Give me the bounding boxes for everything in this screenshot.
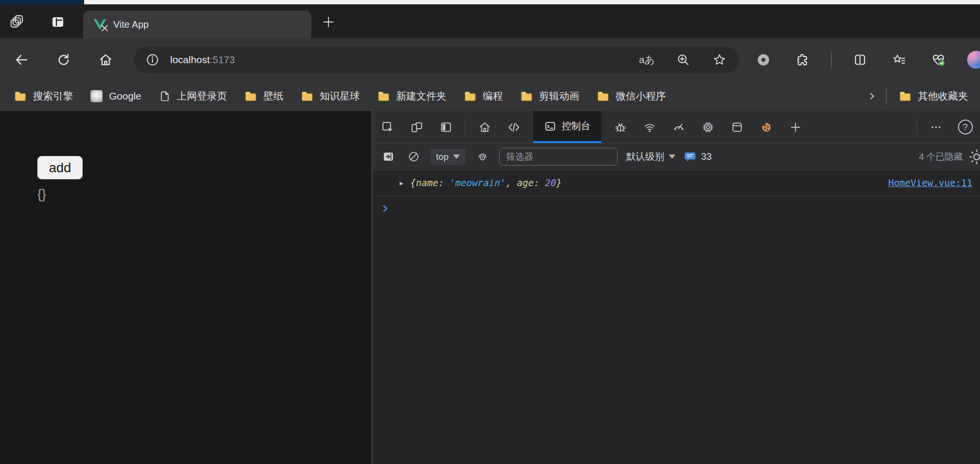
home-icon[interactable]	[95, 49, 117, 71]
bookmark-folder[interactable]: 编程	[457, 86, 510, 106]
url-host: localhost	[170, 54, 210, 65]
token-number-value: 20	[545, 177, 556, 188]
back-icon[interactable]	[11, 49, 33, 71]
bookmark-folder[interactable]: 微信小程序	[589, 86, 673, 106]
dock-side-icon[interactable]	[436, 117, 456, 137]
zoom-in-icon[interactable]	[672, 49, 694, 71]
bookmark-label: 壁纸	[263, 89, 283, 103]
application-window-icon[interactable]	[727, 117, 747, 137]
tab-title: Vite App	[113, 19, 305, 30]
favorite-star-icon[interactable]	[708, 49, 730, 71]
chevron-down-icon	[669, 155, 675, 159]
prompt-chevron-icon	[381, 204, 390, 213]
chevron-down-icon	[453, 155, 460, 159]
issues-counter[interactable]: 33	[684, 151, 711, 163]
browser-tab[interactable]: Vite App	[83, 11, 311, 38]
token-key-age: age:	[517, 177, 545, 188]
new-tab-icon[interactable]	[317, 12, 339, 32]
navigation-toolbar: localhost:5173 aあ	[0, 38, 980, 81]
reload-icon[interactable]	[53, 49, 75, 71]
inspect-element-icon[interactable]	[378, 117, 398, 137]
more-options-icon[interactable]	[926, 117, 946, 137]
folder-icon	[14, 91, 27, 102]
bookmark-folder[interactable]: 壁纸	[237, 86, 291, 106]
extensions-puzzle-icon[interactable]	[792, 49, 814, 71]
folder-icon	[597, 91, 610, 102]
help-icon[interactable]: ?	[955, 117, 975, 137]
console-prompt[interactable]	[373, 196, 980, 221]
address-bar[interactable]: localhost:5173 aあ	[134, 46, 739, 73]
object-preview[interactable]: {name: 'meowrain', age: 20}	[410, 177, 562, 188]
toolbar-divider	[831, 52, 832, 68]
log-level-selector[interactable]: 默认级别	[626, 150, 675, 163]
log-level-label: 默认级别	[626, 150, 664, 163]
bookmark-label: 微信小程序	[616, 89, 666, 103]
url-text[interactable]: localhost:5173	[170, 54, 633, 66]
console-empty-area[interactable]	[373, 221, 980, 464]
bookmark-folder[interactable]: 知识星球	[294, 86, 367, 106]
workspaces-icon[interactable]	[6, 12, 28, 32]
cookie-icon[interactable]	[756, 117, 776, 137]
toolbar-right-cluster	[752, 49, 980, 71]
token-brace-close: }	[556, 177, 562, 188]
sources-code-icon[interactable]	[504, 117, 524, 137]
folder-icon	[899, 91, 912, 102]
bookmark-folder[interactable]: 新建文件夹	[370, 86, 454, 106]
console-toolbar-right: 4 个已隐藏	[919, 149, 973, 165]
context-selector-value: top	[436, 152, 448, 162]
vertical-tabs-icon[interactable]	[47, 12, 69, 32]
bookmark-label: 编程	[483, 89, 503, 103]
context-selector[interactable]: top	[430, 149, 466, 165]
clear-console-icon[interactable]	[405, 148, 422, 166]
collections-icon[interactable]	[888, 49, 910, 71]
memory-chip-icon[interactable]	[698, 117, 718, 137]
bookmark-folder[interactable]: 剪辑动画	[513, 86, 587, 106]
translate-icon[interactable]: aあ	[636, 49, 658, 71]
token-comma: ,	[506, 177, 517, 188]
debugger-bug-icon[interactable]	[610, 117, 631, 137]
token-key-name: name:	[416, 177, 449, 188]
tab-console[interactable]: 控制台	[533, 111, 601, 143]
console-filter-input[interactable]	[499, 148, 618, 166]
bookmark-folder[interactable]: 搜索引擎	[7, 86, 80, 106]
issues-bubble-icon	[684, 151, 697, 163]
performance-gauge-icon[interactable]	[669, 117, 689, 137]
tab-close-icon[interactable]	[94, 18, 116, 38]
site-info-icon[interactable]	[142, 49, 163, 71]
bookmark-label: 搜索引擎	[33, 89, 73, 103]
bookmarks-divider	[886, 88, 887, 104]
folder-icon	[377, 91, 390, 102]
page-icon	[159, 90, 171, 102]
add-button[interactable]: add	[37, 156, 83, 179]
live-expression-eye-icon[interactable]	[474, 148, 491, 166]
folder-icon	[301, 91, 314, 102]
token-brace-open: {	[410, 177, 416, 188]
bookmark-link[interactable]: Google	[83, 87, 149, 106]
folder-icon	[464, 91, 477, 102]
split-screen-icon[interactable]	[849, 49, 871, 71]
bookmarks-overflow-chevron-icon[interactable]	[863, 87, 881, 105]
bookmarks-bar: 搜索引擎 Google 上网登录页 壁纸 知识星球 新建文件夹 编程 剪辑动画 …	[0, 81, 980, 111]
token-string-value: 'meowrain'	[449, 177, 505, 188]
console-sidebar-toggle-icon[interactable]	[380, 148, 397, 166]
other-favorites-folder[interactable]: 其他收藏夹	[892, 86, 975, 106]
more-tabs-plus-icon[interactable]	[785, 117, 806, 137]
source-location-link[interactable]: HomeView.vue:11	[888, 177, 972, 188]
console-log-entry: ▶ {name: 'meowrain', age: 20} HomeView.v…	[373, 170, 980, 196]
browser-essentials-icon[interactable]	[927, 49, 949, 71]
extension-ring-icon[interactable]	[752, 49, 774, 71]
settings-gear-icon[interactable]	[969, 149, 980, 165]
bookmark-link[interactable]: 上网登录页	[152, 86, 234, 106]
expand-triangle-icon[interactable]: ▶	[400, 180, 403, 187]
devtools-toolbar-divider	[465, 119, 466, 135]
help-glyph: ?	[958, 120, 973, 134]
profile-avatar[interactable]	[967, 50, 980, 69]
network-wifi-icon[interactable]	[640, 117, 660, 137]
device-toolbar-icon[interactable]	[407, 117, 427, 137]
bookmark-label: 上网登录页	[177, 89, 227, 103]
nav-buttons	[11, 49, 117, 71]
devtools-home-icon[interactable]	[475, 117, 495, 137]
bookmark-label: 剪辑动画	[539, 89, 579, 103]
devtools-tab-bar: 控制台	[373, 111, 980, 144]
bookmark-label: Google	[109, 90, 142, 102]
